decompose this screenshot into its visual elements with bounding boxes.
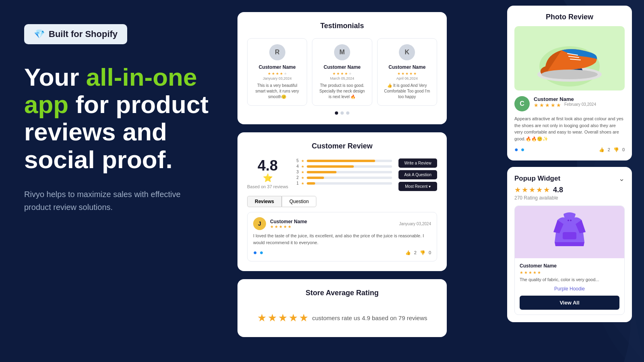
- tab-reviews[interactable]: Reviews: [247, 196, 282, 207]
- star: ★: [514, 185, 521, 194]
- bar-label-5: 5: [295, 158, 299, 163]
- review-tabs: Reviews Question: [247, 196, 437, 207]
- star: ★: [280, 72, 283, 76]
- star: ★: [537, 270, 541, 275]
- cards-area: Testimonials R Customer Name ★ ★ ★ ★ ★ J…: [237, 12, 447, 345]
- rating-number: 4.8: [247, 158, 288, 173]
- bar-star: ★: [301, 176, 304, 180]
- testimonials-card: Testimonials R Customer Name ★ ★ ★ ★ ★ J…: [237, 12, 447, 124]
- right-panel: Photo Review: [507, 6, 632, 322]
- review-text-2: The product is soo good. Specially the n…: [318, 83, 366, 100]
- bar-label-1: 1: [295, 181, 299, 185]
- star-4: ★: [289, 312, 298, 324]
- star: ★: [522, 185, 528, 194]
- most-recent-button[interactable]: Most Recent ▾: [398, 182, 437, 191]
- bar-star: ★: [301, 181, 304, 185]
- thumbs-up-icon[interactable]: 👍: [405, 250, 411, 255]
- photo-reviewer-info: Customer Name ★ ★ ★ ★ ★ February 03,2024: [534, 96, 596, 108]
- star: ★: [520, 270, 523, 275]
- star: ★: [284, 72, 287, 76]
- dot-active[interactable]: [335, 111, 338, 115]
- ask-question-button[interactable]: Ask A Question: [398, 170, 437, 179]
- store-rating-title: Store Average Rating: [247, 289, 437, 297]
- thumbs-down-icon[interactable]: 👎: [613, 147, 619, 152]
- photo-social-icons: ● ●: [514, 146, 524, 153]
- bar-fill-2: [307, 177, 324, 179]
- bar-track-2: [307, 177, 392, 179]
- photo-like-count: 2: [608, 147, 610, 152]
- star: ★: [397, 72, 400, 76]
- dot-inactive-2[interactable]: [346, 111, 349, 115]
- bar-star: ★: [301, 165, 304, 169]
- star: ★: [276, 72, 279, 76]
- shoe-image-container: [514, 26, 625, 90]
- bar-star: ★: [301, 170, 304, 174]
- bar-fill-5: [307, 160, 375, 162]
- cust-name-3: Customer Name: [383, 64, 431, 70]
- review-item: J Customer Name ★ ★ ★ ★ ★ Janyuary 03,20…: [247, 212, 437, 261]
- left-panel: 💎 Built for Shopify Your all-in-one app …: [24, 24, 233, 214]
- photo-reviewer-name: Customer Name: [534, 96, 596, 102]
- testimonial-item-3: K Customer Name ★ ★ ★ ★ ★ April 06,2024 …: [377, 38, 437, 106]
- popup-stars: ★ ★ ★ ★ ★: [514, 185, 550, 194]
- photo-reviewer-row: C Customer Name ★ ★ ★ ★ ★ February 03,20…: [514, 96, 625, 111]
- rating-summary: 4.8 ⭐ Based on 37 reviews: [247, 158, 288, 189]
- svg-rect-6: [563, 232, 576, 239]
- bar-fill-3: [307, 171, 336, 173]
- review-text-3: 👍 It is good And Very Comfortable Too go…: [383, 83, 431, 100]
- store-stars: ★ ★ ★ ★ ★: [257, 312, 308, 324]
- bar-star: ★: [301, 159, 304, 163]
- customer-review-title: Customer Review: [247, 142, 437, 150]
- bar-track-4: [307, 165, 392, 168]
- star: ★: [341, 72, 344, 76]
- cust-name-1: Customer Name: [253, 64, 301, 70]
- social-icons: ● ●: [253, 249, 263, 256]
- review-text-1: This is a very beautiful smart watch, it…: [253, 83, 301, 100]
- facebook-icon[interactable]: ●: [253, 249, 257, 256]
- twitter-icon[interactable]: ●: [521, 146, 525, 153]
- bar-label-2: 2: [295, 175, 299, 180]
- reviewer-stars: ★ ★ ★ ★ ★: [270, 224, 395, 229]
- testimonials-title: Testimonials: [247, 22, 437, 30]
- hoodie-stars: ★ ★ ★ ★ ★: [520, 270, 619, 275]
- photo-reviewer-avatar: C: [514, 96, 530, 111]
- dot-inactive-1[interactable]: [341, 111, 344, 115]
- thumbs-down-icon[interactable]: 👎: [420, 250, 425, 255]
- view-all-button[interactable]: View All: [520, 296, 619, 310]
- carousel-dots: [247, 111, 437, 115]
- write-review-button[interactable]: Write a Review: [398, 158, 437, 168]
- chevron-down-icon[interactable]: ⌄: [619, 174, 625, 183]
- star-1: ★: [257, 312, 266, 324]
- rating-bars: 5 ★ 4 ★ 3 ★ 2 ★: [295, 158, 392, 187]
- bar-fill-4: [307, 165, 354, 168]
- photo-vote-row: 👍 2 👎 0: [599, 147, 625, 152]
- star: ★: [345, 72, 348, 76]
- thumbs-up-icon[interactable]: 👍: [599, 147, 605, 152]
- facebook-icon[interactable]: ●: [514, 146, 518, 153]
- star: ★: [545, 102, 550, 108]
- star: ★: [283, 224, 287, 229]
- store-average-rating-card: Store Average Rating ★ ★ ★ ★ ★ customers…: [237, 279, 447, 337]
- star: ★: [551, 102, 555, 108]
- star: ★: [349, 72, 352, 76]
- review-body: I loved the taste of the juice, its exce…: [253, 232, 431, 246]
- twitter-icon[interactable]: ●: [260, 249, 264, 256]
- popup-rating-num: 4.8: [553, 186, 563, 194]
- rating-star-big: ⭐: [247, 173, 288, 183]
- star: ★: [275, 224, 278, 229]
- popup-widget-card: Popup Widget ⌄ ★ ★ ★ ★ ★ 4.8 270 Rating …: [507, 167, 632, 322]
- star: ★: [270, 224, 274, 229]
- star: ★: [336, 72, 340, 76]
- bar-row-1: 1 ★: [295, 181, 392, 185]
- bar-fill-1: [307, 182, 315, 185]
- hoodie-product-link[interactable]: Purple Hoodie: [520, 286, 619, 292]
- tab-question[interactable]: Question: [282, 196, 316, 207]
- bar-row-4: 4 ★: [295, 164, 392, 169]
- bar-track-3: [307, 171, 392, 173]
- photo-review-card: Photo Review: [507, 6, 632, 160]
- hoodie-customer-name: Customer Name: [520, 263, 619, 269]
- store-rating-content: ★ ★ ★ ★ ★ customers rate us 4.9 based on…: [247, 305, 437, 327]
- bar-track-1: [307, 182, 392, 185]
- popup-header: Popup Widget ⌄: [514, 174, 625, 183]
- star: ★: [524, 270, 528, 275]
